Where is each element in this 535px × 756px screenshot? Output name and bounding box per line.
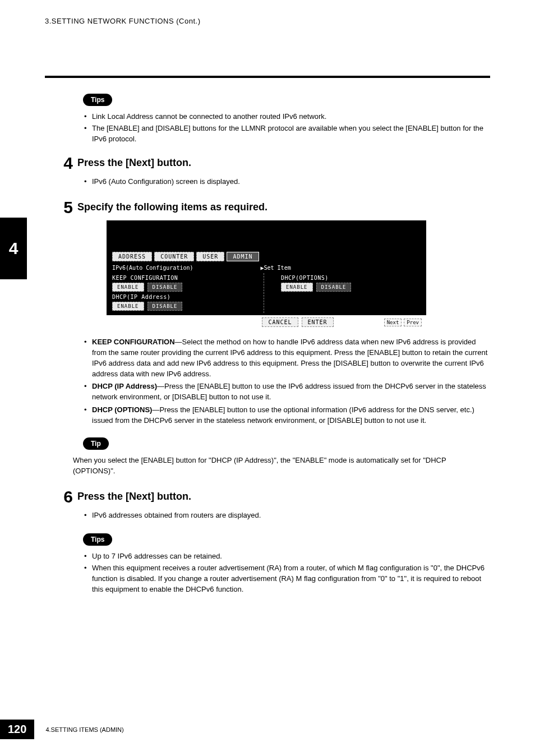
bottom-tips-list: Up to 7 IPv6 addresses can be retained. … [83,551,490,594]
step-detail: IPv6 (Auto Configuration) screen is disp… [83,176,490,187]
enable-button[interactable]: ENABLE [112,283,144,292]
disable-button[interactable]: DISABLE [147,302,183,311]
definition-item: DHCP (OPTIONS)—Press the [ENABLE] button… [83,405,490,426]
tab-user[interactable]: USER [196,252,224,261]
disable-button[interactable]: DISABLE [147,283,183,292]
dhcp-options-label: DHCP(OPTIONS) [281,275,351,281]
prev-nav-button[interactable]: Prev [404,319,422,326]
top-tips-list: Link Local Address cannot be connected t… [83,112,490,145]
step-heading: Specify the following items as required. [77,201,268,213]
tip-item: Up to 7 IPv6 addresses can be retained. [83,551,490,562]
divider-rule [45,76,490,78]
footer-chapter: 4.SETTING ITEMS (ADMIN) [45,726,123,733]
next-nav-button[interactable]: Next [384,319,402,326]
definition-list: KEEP CONFIGURATION—Select the method on … [83,337,490,426]
enter-button[interactable]: ENTER [302,317,334,327]
page-number: 120 [0,720,34,739]
step-number: 4 [56,155,73,172]
device-screenshot: ADDRESS COUNTER USER ADMIN IPv6(Auto Con… [107,220,426,329]
screen-title: IPv6(Auto Configuration) [112,265,193,271]
cancel-button[interactable]: CANCEL [262,317,298,327]
def-term: DHCP (IP Address) [92,382,157,390]
enable-button[interactable]: ENABLE [112,302,144,311]
keep-config-label: KEEP CONFIGURATION [112,275,252,281]
step-heading: Press the [Next] button. [77,491,191,503]
def-term: KEEP CONFIGURATION [92,338,175,346]
step-number: 6 [56,488,73,505]
step-heading: Press the [Next] button. [77,157,191,169]
tab-counter[interactable]: COUNTER [154,252,194,261]
definition-item: KEEP CONFIGURATION—Select the method on … [83,337,490,379]
tip-item: Link Local Address cannot be connected t… [83,112,490,122]
tip-text: When you select the [ENABLE] button for … [73,455,490,477]
section-header: 3.SETTING NETWORK FUNCTIONS (Cont.) [45,17,490,25]
step-detail: IPv6 addresses obtained from routers are… [83,510,490,521]
tip-badge: Tip [83,437,109,450]
side-tab: 4 [0,218,27,279]
page-footer: 120 4.SETTING ITEMS (ADMIN) [0,720,124,739]
tips-badge: Tips [83,94,112,106]
set-item-label: ▶Set Item [261,265,291,271]
definition-item: DHCP (IP Address)—Press the [ENABLE] but… [83,381,490,403]
disable-button[interactable]: DISABLE [316,283,352,292]
step-number: 5 [56,199,73,216]
tip-item: The [ENABLE] and [DISABLE] buttons for t… [83,123,490,145]
tips-badge: Tips [83,533,112,546]
dhcp-ip-label: DHCP(IP Address) [112,294,252,300]
enable-button[interactable]: ENABLE [281,283,313,292]
tip-item: When this equipment receives a router ad… [83,563,490,595]
tab-admin[interactable]: ADMIN [227,252,259,261]
tab-address[interactable]: ADDRESS [112,252,152,261]
def-term: DHCP (OPTIONS) [92,405,152,414]
